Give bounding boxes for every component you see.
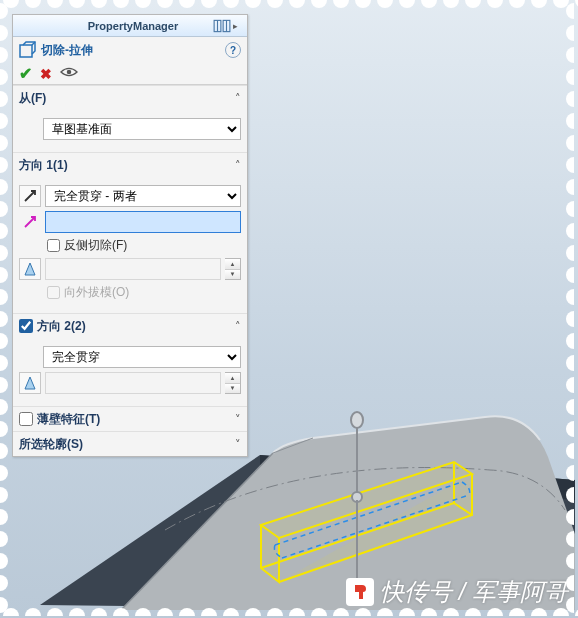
panel-title: PropertyManager xyxy=(53,20,213,32)
flip-side-row[interactable]: 反侧切除(F) xyxy=(47,237,241,254)
thin-enable-checkbox[interactable] xyxy=(19,412,33,426)
feature-header: 切除-拉伸 ? xyxy=(13,37,247,63)
chevron-down-icon: ˅ xyxy=(235,438,241,451)
draft2-icon[interactable] xyxy=(19,372,41,394)
section-from: 从(F) ˄ 草图基准面 xyxy=(13,85,247,152)
section-dir1-header[interactable]: 方向 1(1) ˄ xyxy=(13,153,247,177)
svg-rect-9 xyxy=(20,45,32,57)
help-icon[interactable]: ? xyxy=(225,42,241,58)
dir1-end-condition-dropdown[interactable]: 完全贯穿 - 两者 xyxy=(45,185,241,207)
direction-vector-icon[interactable] xyxy=(19,211,41,233)
svg-point-2 xyxy=(351,412,363,428)
panel-titlebar: PropertyManager ▸ xyxy=(13,15,247,37)
chevron-up-icon: ˄ xyxy=(235,320,241,333)
section-dir2-header[interactable]: 方向 2(2) ˄ xyxy=(13,314,247,338)
section-direction-2: 方向 2(2) ˄ 完全贯穿 ▲▼ xyxy=(13,313,247,406)
watermark-logo-icon xyxy=(346,578,374,606)
reverse-direction-icon[interactable] xyxy=(19,185,41,207)
flip-side-checkbox[interactable] xyxy=(47,239,60,252)
cut-extrude-icon xyxy=(19,41,37,59)
property-manager-panel: PropertyManager ▸ 切除-拉伸 ? ✔ ✖ 从(F) ˄ 草图基… xyxy=(12,14,248,457)
svg-point-10 xyxy=(67,70,72,75)
ok-button[interactable]: ✔ xyxy=(19,64,32,83)
action-row: ✔ ✖ xyxy=(13,63,247,85)
feature-title: 切除-拉伸 xyxy=(41,42,225,59)
draft-angle-field xyxy=(45,258,221,280)
section-thin-header[interactable]: 薄壁特征(T) ˅ xyxy=(13,407,247,431)
pin-icon[interactable] xyxy=(213,17,231,35)
section-from-header[interactable]: 从(F) ˄ xyxy=(13,86,247,110)
draft-outward-row: 向外拔模(O) xyxy=(47,284,241,301)
watermark-text: 快传号 / 军事阿哥 xyxy=(380,576,568,608)
preview-icon[interactable] xyxy=(60,66,78,81)
chevron-up-icon: ˄ xyxy=(235,159,241,172)
cancel-button[interactable]: ✖ xyxy=(40,66,52,82)
dir2-end-condition-dropdown[interactable]: 完全贯穿 xyxy=(43,346,241,368)
draft-spinner[interactable]: ▲▼ xyxy=(225,258,241,280)
section-thin: 薄壁特征(T) ˅ xyxy=(13,406,247,431)
section-contours: 所选轮廓(S) ˅ xyxy=(13,431,247,456)
chevron-down-icon: ˅ xyxy=(235,413,241,426)
section-contours-header[interactable]: 所选轮廓(S) ˅ xyxy=(13,432,247,456)
draft2-spinner[interactable]: ▲▼ xyxy=(225,372,241,394)
dir2-enable-checkbox[interactable] xyxy=(19,319,33,333)
panel-menu-arrow-icon[interactable]: ▸ xyxy=(233,21,247,31)
watermark: 快传号 / 军事阿哥 xyxy=(346,576,568,608)
draft-icon[interactable] xyxy=(19,258,41,280)
dir1-vector-field[interactable] xyxy=(45,211,241,233)
from-dropdown[interactable]: 草图基准面 xyxy=(43,118,241,140)
draft-outward-checkbox xyxy=(47,286,60,299)
section-direction-1: 方向 1(1) ˄ 完全贯穿 - 两者 反侧切除(F) xyxy=(13,152,247,313)
draft2-angle-field xyxy=(45,372,221,394)
chevron-up-icon: ˄ xyxy=(235,92,241,105)
